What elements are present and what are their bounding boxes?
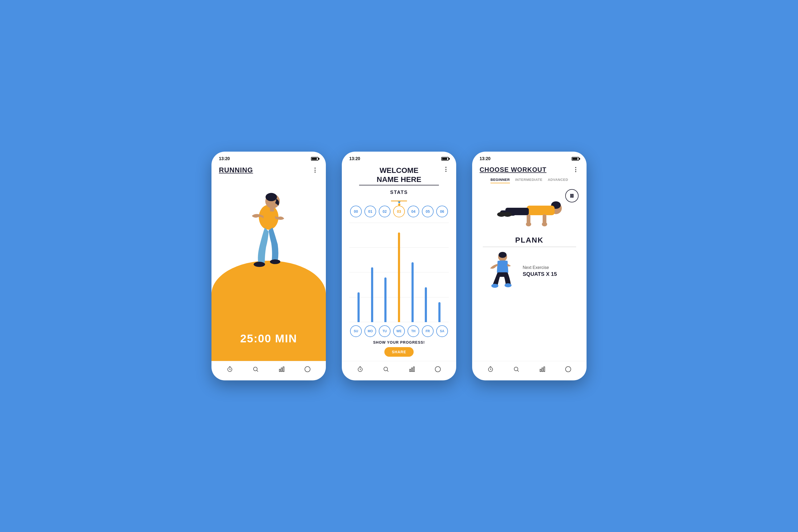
- day-tu[interactable]: TU: [379, 325, 391, 337]
- phone1: 13:20 RUNNING ⋮: [211, 152, 326, 380]
- week-06[interactable]: 06: [436, 206, 448, 217]
- phone3-header: CHOOSE WORKOUT ⋮: [472, 164, 587, 178]
- plank-figure: [492, 189, 567, 232]
- menu-dots-1[interactable]: ⋮: [312, 167, 318, 174]
- nav-timer-3[interactable]: [487, 365, 494, 373]
- svg-rect-8: [279, 369, 280, 372]
- bottom-nav-2: [342, 361, 456, 380]
- week-02[interactable]: 02: [379, 206, 391, 217]
- tab-intermediate[interactable]: INTERMEDIATE: [515, 178, 543, 183]
- svg-rect-38: [540, 369, 541, 372]
- nav-profile-3[interactable]: [565, 365, 572, 373]
- week-04[interactable]: 04: [407, 206, 419, 217]
- svg-point-11: [305, 366, 310, 372]
- time-1: 13:20: [219, 156, 230, 161]
- time-2: 13:20: [349, 156, 360, 161]
- bar-sa: [438, 302, 440, 322]
- svg-rect-22: [527, 206, 555, 215]
- nav-profile-1[interactable]: [304, 365, 311, 373]
- plank-svg: [492, 189, 567, 232]
- svg-rect-39: [542, 368, 543, 372]
- pause-button[interactable]: [565, 189, 578, 203]
- exercise-divider: [483, 247, 576, 247]
- title-underline: [359, 185, 439, 185]
- day-we[interactable]: WE: [393, 325, 405, 337]
- svg-point-2: [265, 193, 277, 201]
- nav-timer-1[interactable]: [226, 365, 233, 373]
- week-00[interactable]: 00: [350, 206, 362, 217]
- runner-figure: [234, 178, 303, 271]
- svg-point-17: [435, 366, 440, 372]
- svg-rect-40: [544, 367, 545, 372]
- phone1-header: RUNNING ⋮: [211, 164, 326, 178]
- day-selector: SU MO TU WE TH FR SA: [342, 322, 456, 340]
- squat-svg: [483, 251, 517, 291]
- welcome-title: WELCOME NAME HERE: [349, 166, 449, 184]
- nav-stats-2[interactable]: [408, 365, 416, 373]
- day-fr[interactable]: FR: [422, 325, 434, 337]
- day-su[interactable]: SU: [350, 325, 362, 337]
- nav-stats-3[interactable]: [539, 365, 546, 373]
- nav-search-2[interactable]: [382, 365, 390, 373]
- week-selector: 00 01 02 03 04 05 06: [342, 206, 456, 217]
- tab-advanced[interactable]: ADVANCED: [548, 178, 568, 183]
- next-exercise-area: Next Exercise SQUATS X 15: [477, 251, 581, 291]
- status-bar-3: 13:20: [472, 152, 587, 164]
- stats-label: STATS: [342, 190, 456, 195]
- bar-fr: [425, 287, 427, 322]
- nav-stats-1[interactable]: [278, 365, 285, 373]
- show-progress-text: SHOW YOUR PROGRESS!: [342, 340, 456, 344]
- svg-rect-10: [283, 367, 284, 372]
- choose-workout-title: CHOOSE WORKOUT: [480, 166, 546, 173]
- nav-search-3[interactable]: [513, 365, 520, 373]
- status-bar-1: 13:20: [211, 152, 326, 164]
- share-button[interactable]: SHARE: [384, 347, 414, 357]
- svg-point-5: [270, 259, 280, 264]
- timer-display: 25:00 MIN: [211, 332, 326, 345]
- svg-point-34: [491, 284, 498, 288]
- exercise-name: PLANK: [515, 236, 544, 244]
- tab-beginner[interactable]: BEGINNER: [491, 178, 510, 183]
- svg-point-37: [514, 367, 518, 371]
- bar-th: [412, 262, 414, 322]
- squat-figure: [483, 251, 517, 291]
- svg-rect-9: [281, 368, 282, 372]
- bar-su: [358, 292, 360, 322]
- week-03[interactable]: 03: [393, 206, 405, 217]
- week-05[interactable]: 05: [422, 206, 434, 217]
- phone2-header: WELCOME NAME HERE ⋮: [342, 164, 456, 190]
- svg-rect-16: [413, 367, 414, 372]
- battery-icon-3: [572, 157, 579, 161]
- menu-dots-2[interactable]: ⋮: [443, 166, 449, 173]
- running-title: RUNNING: [219, 166, 253, 174]
- nav-search-1[interactable]: [252, 365, 259, 373]
- next-name: SQUATS X 15: [523, 271, 576, 277]
- svg-point-35: [505, 283, 512, 287]
- battery-icon-2: [441, 157, 449, 161]
- bar-we: [398, 232, 400, 322]
- nav-profile-2[interactable]: [434, 365, 441, 373]
- battery-icon-1: [311, 157, 318, 161]
- svg-point-13: [384, 367, 387, 371]
- svg-point-32: [498, 252, 507, 258]
- level-tabs: BEGINNER INTERMEDIATE ADVANCED: [472, 178, 587, 187]
- svg-rect-15: [412, 368, 413, 372]
- day-th[interactable]: TH: [407, 325, 419, 337]
- day-sa[interactable]: SA: [436, 325, 448, 337]
- next-exercise-text: Next Exercise SQUATS X 15: [523, 265, 576, 277]
- exercise-display: PLANK: [472, 187, 587, 361]
- status-bar-2: 13:20: [342, 152, 456, 164]
- bar-mo: [371, 267, 373, 322]
- svg-rect-33: [498, 272, 508, 277]
- day-mo[interactable]: MO: [364, 325, 376, 337]
- phones-container: 13:20 RUNNING ⋮: [211, 152, 587, 380]
- bar-tu: [384, 278, 386, 322]
- svg-rect-19: [572, 194, 573, 197]
- svg-point-30: [503, 212, 512, 217]
- bottom-nav-1: [211, 361, 326, 380]
- menu-dots-3[interactable]: ⋮: [573, 166, 579, 173]
- svg-point-7: [253, 367, 257, 371]
- phone3: 13:20 CHOOSE WORKOUT ⋮ BEGINNER INTERMED…: [472, 152, 587, 380]
- week-01[interactable]: 01: [364, 206, 376, 217]
- nav-timer-2[interactable]: [357, 365, 364, 373]
